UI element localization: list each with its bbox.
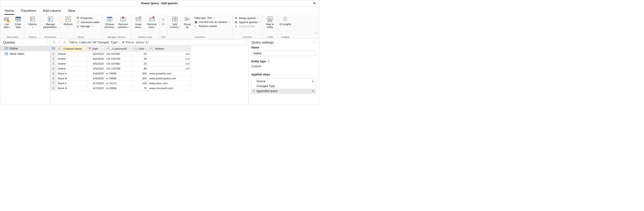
table-row[interactable]: 8Store B6/7/2020e-2365870www.microsoft.c… [50,86,191,91]
row-header[interactable]: 4 [50,66,56,71]
cell[interactable]: 6/7/2020 [87,81,105,86]
cell[interactable]: Online [56,66,87,71]
cell[interactable]: null [148,52,191,56]
column-header-units[interactable]: 123 Units▾ [132,46,148,52]
expand-formula-button[interactable]: ⌄ [244,41,245,44]
row-header[interactable]: 7 [50,81,56,86]
cell[interactable]: Store A [56,81,87,86]
table-row[interactable]: 6Store B6/4/2020e-78899300www.powerquery… [50,76,191,81]
column-header-referer[interactable]: ABC Referer▾ [148,46,191,52]
cell[interactable]: US-235789 [105,66,132,71]
cell[interactable]: null [148,61,191,66]
filter-button[interactable]: ▾ [144,47,148,50]
applied-step-changed-type[interactable]: Changed Type [252,84,316,88]
collapse-settings-button[interactable]: 〉 [313,41,316,44]
cell[interactable]: 6/7/2020 [87,86,105,91]
query-item-online[interactable]: Online [0,46,50,51]
cell[interactable]: e-78899 [105,76,132,81]
get-data-button[interactable]: Get data▾ [2,16,12,29]
ai-insights-button[interactable]: AI insights [279,16,292,26]
cell[interactable]: 15 [132,61,148,66]
row-header[interactable]: 3 [50,61,56,66]
row-header[interactable]: 5 [50,71,56,76]
cell[interactable]: US-187982 [105,52,132,56]
collapse-queries-button[interactable]: 〈 [44,41,48,44]
first-row-headers-button[interactable]: ▦Use first row as headers ▾ [194,20,231,24]
cell[interactable]: Store A [56,71,87,76]
table-row[interactable]: 2Online6/2/2020US-23578930null [50,56,191,61]
query-item-store-sales[interactable]: Store Sales [0,51,50,56]
cell[interactable]: US-235789 [105,56,132,61]
cell[interactable]: 6/4/2020 [87,71,105,76]
gear-icon[interactable]: ⚙ [312,90,314,92]
cell[interactable]: 200 [132,71,148,76]
row-header[interactable]: 2 [50,56,56,61]
cell[interactable]: 6/5/2020 [87,66,105,71]
cell[interactable]: 70 [132,86,148,91]
tab-view[interactable]: View [67,8,76,15]
merge-queries-button[interactable]: ⧉Merge queries ▾ [234,16,261,20]
column-header-customerid[interactable]: ABC CustomerID▾ [105,46,132,52]
filter-button[interactable]: ▾ [83,47,86,50]
cell[interactable]: e-78956 [105,71,132,76]
manage-parameters-button[interactable]: Manage parameters▾ [42,16,59,29]
query-name-input[interactable] [251,51,316,56]
cancel-formula-button[interactable]: ✕ [51,40,57,45]
row-header[interactable]: 6 [50,76,56,81]
cell[interactable]: Online [56,61,87,66]
table-row[interactable]: 1Online6/2/2020US-18798220null [50,52,191,56]
choose-columns-button[interactable]: Choose columns▾ [103,16,116,29]
table-row[interactable]: 4Online6/5/2020US-23578940null [50,66,191,71]
cell[interactable]: null [148,66,191,71]
cell[interactable]: Store B [56,76,87,81]
cell[interactable]: 6/2/2020 [87,56,105,61]
cell[interactable]: www.xbox.com [148,81,191,86]
row-header[interactable]: 8 [50,86,56,91]
cell[interactable]: Online [56,52,87,56]
cell[interactable]: www.powerbi.com [148,71,191,76]
options-button[interactable]: Options▾ [26,16,39,29]
formula-input[interactable]: Table.Combine({#"Changed Type", #"Store … [67,40,247,45]
tab-transform[interactable]: Transform [20,8,36,15]
data-type-button[interactable]: Data type: Text ▾ [194,16,231,20]
collapse-ribbon-button[interactable]: ︿ [315,31,318,34]
table-row[interactable]: 7Store A6/7/2020e-75214100www.xbox.com [50,81,191,86]
cell[interactable]: Online [56,56,87,61]
fx-button[interactable]: fx [62,40,67,45]
manage-button[interactable]: 🗂Manage ▾ [75,24,100,28]
remove-columns-button[interactable]: Remove columns▾ [117,16,130,29]
remove-rows-button[interactable]: Remove rows▾ [146,16,158,29]
cell[interactable]: 300 [132,76,148,81]
cell[interactable]: 30 [132,56,148,61]
cell[interactable]: 6/2/2020 [87,52,105,56]
accept-formula-button[interactable]: ✓ [57,40,62,45]
advanced-editor-button[interactable]: 📝Advanced editor [75,20,100,24]
map-to-entity-button[interactable]: CDM Map to entity [264,16,276,29]
close-button[interactable]: ✕ [311,0,318,6]
filter-button[interactable]: ▾ [128,47,131,50]
cell[interactable]: 20 [132,52,148,56]
cell[interactable]: 100 [132,81,148,86]
cell[interactable]: 6/5/2020 [87,61,105,66]
applied-step-source[interactable]: Source⚙ [252,79,316,84]
cell[interactable]: www.microsoft.com [148,86,191,91]
sort-asc-button[interactable]: AZ [161,17,166,21]
replace-values-button[interactable]: 1→2Replace values [194,24,231,28]
cell[interactable]: 6/4/2020 [87,76,105,81]
group-by-button[interactable]: Group by [182,16,193,29]
cell[interactable]: Store B [56,86,87,91]
cell[interactable]: 40 [132,66,148,71]
combine-files-button[interactable]: 🗎Combine files [234,24,261,28]
select-all-cell[interactable] [50,46,56,52]
keep-rows-button[interactable]: Keep rows▾ [132,16,145,29]
tab-home[interactable]: Home [4,8,14,15]
cell[interactable]: e-75214 [105,81,132,86]
properties-button[interactable]: 🗔Properties [75,16,100,20]
append-queries-button[interactable]: ⊞Append queries ▾ [234,20,261,24]
cell[interactable]: www.powerquery.com [148,76,191,81]
column-header-channel-name[interactable]: ABC Channel Name▾ [56,46,87,52]
delete-step-icon[interactable]: ✕ [253,90,255,92]
table-row[interactable]: 5Store A6/4/2020e-78956200www.powerbi.co… [50,71,191,76]
column-header-date[interactable]: 📅 Date▾ [87,46,105,52]
tab-add-column[interactable]: Add column [42,8,62,15]
